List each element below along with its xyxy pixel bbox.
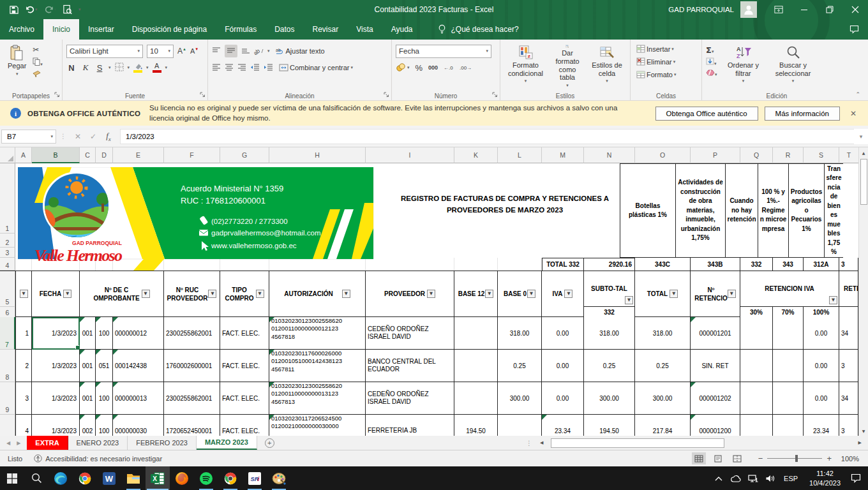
filter-icon[interactable]: ▼ [142, 290, 150, 298]
taskbar-spotify-button[interactable] [194, 466, 218, 490]
thousands-icon[interactable]: 000 [428, 64, 438, 71]
tab-formulas[interactable]: Fórmulas [216, 19, 266, 40]
sheet-tab-marzo[interactable]: MARZO 2023 [197, 436, 257, 450]
scroll-left-icon[interactable]: ◀ [537, 440, 546, 445]
name-box[interactable]: B7▾ [1, 130, 56, 144]
col-header[interactable]: S [804, 147, 839, 163]
filter-icon[interactable]: ▼ [485, 290, 493, 298]
cell[interactable]: FACT. ELEC. [220, 415, 269, 436]
cell[interactable]: 0.00 [542, 350, 584, 382]
cell[interactable]: 318.00 [584, 317, 635, 350]
number-dialog-launcher[interactable] [492, 91, 498, 99]
cell-styles-button[interactable]: Estilos de celda▾ [588, 43, 626, 90]
cell-total-label[interactable]: TOTAL 332 [542, 258, 584, 271]
font-size-select[interactable]: 10▾ [147, 45, 174, 58]
conditional-format-button[interactable]: ≠ Formato condicional▾ [504, 43, 547, 90]
cell[interactable]: 318.00 [498, 317, 542, 350]
font-color-icon[interactable]: A [153, 63, 161, 73]
cell-code[interactable]: 343B [691, 258, 740, 271]
zoom-level[interactable]: 100% [836, 455, 859, 463]
cell[interactable]: 3 [839, 415, 858, 436]
class-header[interactable]: Actividades de construcción de obra mate… [675, 164, 725, 257]
cell[interactable]: 1/3/2023 [32, 350, 80, 382]
cell-code[interactable]: 343 [773, 258, 804, 271]
format-cells-button[interactable]: Formato▾ [634, 69, 698, 80]
currency-icon[interactable] [396, 63, 406, 73]
cell[interactable]: 0.00 [804, 350, 839, 382]
cell[interactable]: 0.00 [804, 382, 839, 415]
tab-vista[interactable]: Vista [347, 19, 382, 40]
cell[interactable]: 0.25 [584, 350, 635, 382]
align-left-icon[interactable] [212, 63, 221, 72]
number-format-select[interactable]: Fecha▾ [396, 45, 491, 58]
underline-button[interactable]: S [94, 63, 105, 73]
insert-cells-button[interactable]: Insertar▾ [634, 43, 698, 54]
cell[interactable]: 1/3/2023 [32, 382, 80, 415]
action-center-icon[interactable] [847, 473, 864, 483]
sheet-tab-extra[interactable]: EXTRA [27, 436, 68, 450]
cell-code[interactable]: 312A [804, 258, 839, 271]
cell[interactable]: 000142438 [113, 350, 164, 382]
selected-cell-B7[interactable]: 1/3/2023 [32, 317, 80, 350]
borders-icon[interactable] [115, 63, 124, 73]
cancel-entry-icon[interactable]: ✕ [70, 132, 86, 141]
taskbar-excel-button[interactable]: X [146, 466, 170, 490]
cell[interactable] [454, 317, 498, 350]
col-header[interactable]: D [96, 147, 113, 163]
header-retencion-next[interactable]: RETENCION [839, 271, 858, 307]
cell[interactable] [740, 415, 773, 436]
decrease-decimal-icon[interactable]: .00→ [460, 63, 471, 72]
tell-me-search[interactable]: ¿Qué desea hacer? [438, 19, 518, 40]
autosum-icon[interactable]: Σ▾ [706, 45, 717, 55]
header-ret100[interactable]: 100% [804, 307, 839, 318]
cell[interactable]: 1720652450001 [164, 415, 220, 436]
row-header[interactable]: 6 [0, 307, 15, 318]
cell[interactable]: BANCO CENTRAL DEL ECUADOR [366, 350, 454, 382]
onedrive-icon[interactable] [727, 474, 744, 482]
header-empty[interactable] [839, 307, 858, 318]
row-header[interactable]: 3 [0, 248, 15, 258]
formula-input[interactable]: 1/3/2023 [120, 129, 854, 144]
view-normal-icon[interactable] [692, 452, 706, 464]
find-select-button[interactable]: Buscar y seleccionar▾ [770, 43, 817, 90]
cell[interactable]: 0.25 [498, 350, 542, 382]
taskbar-word-button[interactable]: W [97, 466, 121, 490]
collapse-ribbon-icon[interactable]: ⌃ [855, 91, 860, 98]
cell-code[interactable]: 343C [635, 258, 691, 271]
hidden-icons-chevron-icon[interactable] [710, 476, 727, 481]
cell[interactable]: 0.00 [542, 382, 584, 415]
cell[interactable]: 010320230117600026000 012001051000142438… [269, 350, 366, 382]
taskbar-edge-button[interactable] [49, 466, 73, 490]
cell[interactable] [773, 317, 804, 350]
cell[interactable]: 010320230123002558620 012001100000000131… [269, 382, 366, 415]
select-all-corner[interactable] [0, 147, 15, 163]
confirm-entry-icon[interactable]: ✓ [86, 132, 101, 141]
cell[interactable]: FACT. ELEC. [220, 317, 269, 350]
filter-icon[interactable]: ▼ [564, 290, 572, 298]
row-header[interactable]: 9 [0, 382, 15, 415]
class-header[interactable]: Cuando no hay retención [725, 164, 758, 257]
scroll-right-icon[interactable]: ▶ [856, 440, 864, 445]
clear-icon[interactable]: ▾ [706, 69, 717, 77]
cell[interactable]: 001 [80, 317, 96, 350]
align-bottom-icon[interactable] [241, 47, 250, 56]
class-header[interactable]: Productos agricoilas o Pecuarios 1% [788, 164, 824, 257]
col-header[interactable]: L [498, 147, 542, 163]
avatar[interactable] [740, 1, 757, 18]
italic-button[interactable]: K [80, 63, 91, 73]
horizontal-scrollbar[interactable]: ◀ ▶ [537, 438, 864, 448]
header-ret30[interactable]: 30% [740, 307, 773, 318]
fill-icon[interactable]: ▾ [706, 57, 717, 66]
cell[interactable]: CEDEÑO ORDOÑEZ ISRAEL DAVID [366, 317, 454, 350]
cell[interactable]: 000000012 [113, 317, 164, 350]
sheet-tab-enero[interactable]: ENERO 2023 [68, 436, 128, 450]
cell[interactable]: 300.00 [498, 382, 542, 415]
cell[interactable]: 194.50 [584, 415, 635, 436]
cell-code[interactable]: 332 [740, 258, 773, 271]
cell[interactable]: SIN. RET [691, 350, 740, 382]
cell[interactable]: 4 [15, 415, 32, 436]
row-header[interactable]: 5 [0, 271, 15, 307]
tab-inicio[interactable]: Inicio [43, 19, 79, 40]
row-header[interactable]: 4 [0, 258, 15, 271]
cell[interactable]: 194.50 [454, 415, 498, 436]
